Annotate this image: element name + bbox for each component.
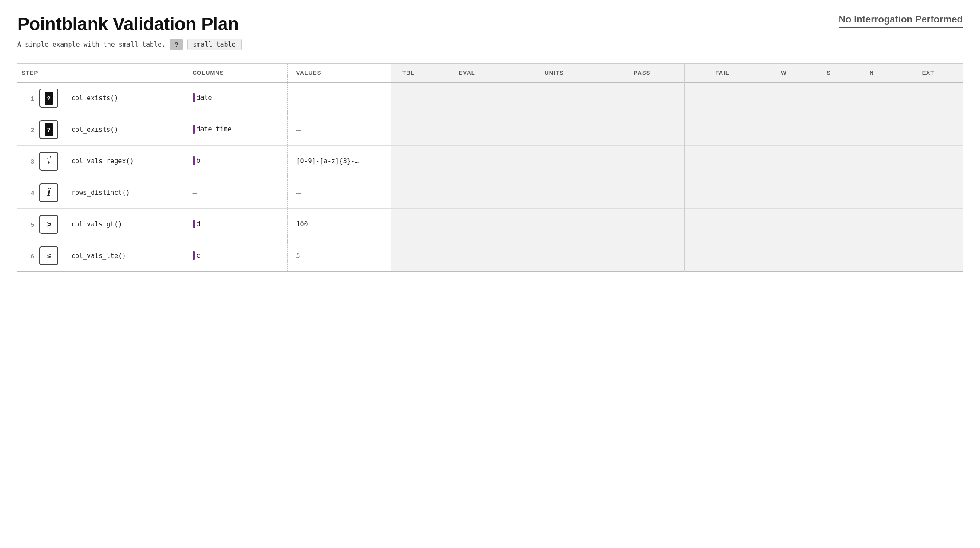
column-name: b: [197, 157, 200, 165]
pass-cell: [600, 177, 684, 209]
s-cell: [808, 83, 850, 114]
ext-cell: [894, 114, 963, 146]
columns-cell: date_time: [184, 114, 287, 146]
column-pill: date: [193, 93, 212, 102]
header-area: Pointblank Validation Plan A simple exam…: [17, 14, 963, 59]
s-cell: [808, 146, 850, 177]
value-text: [0-9]-[a-z]{3}-…: [296, 157, 359, 165]
function-name: col_exists(): [71, 126, 118, 134]
lte-icon: ≤: [39, 246, 58, 265]
columns-cell: c: [184, 240, 287, 272]
tbl-cell: [391, 83, 426, 114]
w-cell: [760, 146, 808, 177]
fail-cell: [684, 177, 760, 209]
step-fn-cell: col_exists(): [63, 114, 184, 146]
fail-cell: [684, 240, 760, 272]
column-name: date: [197, 94, 212, 102]
eval-cell: [426, 83, 508, 114]
fail-cell: [684, 83, 760, 114]
dash-value: —: [296, 94, 301, 103]
values-cell: [0-9]-[a-z]{3}-…: [287, 146, 391, 177]
column-pill: b: [193, 156, 200, 165]
columns-cell: —: [184, 177, 287, 209]
pass-cell: [600, 146, 684, 177]
th-columns: COLUMNS: [184, 64, 287, 83]
th-w: W: [760, 64, 808, 83]
table-header-row: STEP COLUMNS VALUES TBL EVAL UNITS: [17, 64, 963, 83]
function-name: col_exists(): [71, 94, 118, 102]
ext-cell: [894, 209, 963, 240]
step-fn-cell: col_vals_regex(): [63, 146, 184, 177]
step-fn-cell: rows_distinct(): [63, 177, 184, 209]
step-icon-cell: ≤: [37, 240, 63, 272]
function-name: col_vals_lte(): [71, 252, 126, 260]
n-cell: [850, 114, 894, 146]
fail-cell: [684, 146, 760, 177]
subtitle-text: A simple example with the small_table.: [17, 41, 165, 48]
units-cell: [508, 177, 600, 209]
function-name: rows_distinct(): [71, 189, 130, 197]
columns-cell: b: [184, 146, 287, 177]
column-name: c: [197, 252, 200, 259]
units-cell: [508, 114, 600, 146]
step-icon-cell: ?: [37, 83, 63, 114]
values-cell: —: [287, 83, 391, 114]
tbl-cell: [391, 114, 426, 146]
bottom-divider: [17, 285, 963, 285]
tbl-cell: [391, 177, 426, 209]
purple-bar-icon: [193, 220, 195, 228]
s-cell: [808, 209, 850, 240]
ext-cell: [894, 240, 963, 272]
step-fn-cell: col_exists(): [63, 83, 184, 114]
w-cell: [760, 114, 808, 146]
fail-cell: [684, 209, 760, 240]
column-name: d: [197, 220, 200, 228]
column-pill: c: [193, 251, 200, 260]
purple-bar-icon: [193, 125, 195, 134]
column-pill: d: [193, 220, 200, 228]
rows-distinct-icon: Ï: [39, 183, 58, 202]
step-fn-cell: col_vals_gt(): [63, 209, 184, 240]
columns-cell: date: [184, 83, 287, 114]
dash-value: —: [296, 188, 301, 198]
n-cell: [850, 83, 894, 114]
eval-cell: [426, 114, 508, 146]
dash-value: —: [296, 125, 301, 134]
tbl-cell: [391, 240, 426, 272]
units-cell: [508, 209, 600, 240]
function-name: col_vals_regex(): [71, 157, 134, 165]
tbl-cell: [391, 146, 426, 177]
table-row: 3 .* * col_vals_regex() b [0-9]-[a-z]{3}…: [17, 146, 963, 177]
s-cell: [808, 114, 850, 146]
dash-value: —: [193, 188, 197, 198]
step-number: 2: [17, 114, 37, 146]
values-cell: —: [287, 114, 391, 146]
values-cell: —: [287, 177, 391, 209]
w-cell: [760, 240, 808, 272]
table-row: 4 Ï rows_distinct() — —: [17, 177, 963, 209]
step-number: 6: [17, 240, 37, 272]
eval-cell: [426, 240, 508, 272]
table-row: 1 ? col_exists() date —: [17, 83, 963, 114]
th-pass: PASS: [600, 64, 684, 83]
question-badge[interactable]: ?: [170, 39, 183, 50]
th-values: VALUES: [287, 64, 391, 83]
value-text: 100: [296, 220, 308, 228]
pass-cell: [600, 209, 684, 240]
function-name: col_vals_gt(): [71, 220, 122, 228]
w-cell: [760, 177, 808, 209]
units-cell: [508, 146, 600, 177]
values-cell: 5: [287, 240, 391, 272]
w-cell: [760, 209, 808, 240]
n-cell: [850, 177, 894, 209]
table-row: 2 ? col_exists() date_time —: [17, 114, 963, 146]
table-row: 6 ≤ col_vals_lte() c 5: [17, 240, 963, 272]
th-step-num: STEP: [17, 64, 184, 83]
w-cell: [760, 83, 808, 114]
fail-cell: [684, 114, 760, 146]
s-cell: [808, 240, 850, 272]
n-cell: [850, 146, 894, 177]
th-s: S: [808, 64, 850, 83]
values-cell: 100: [287, 209, 391, 240]
page-wrapper: Pointblank Validation Plan A simple exam…: [0, 0, 980, 311]
